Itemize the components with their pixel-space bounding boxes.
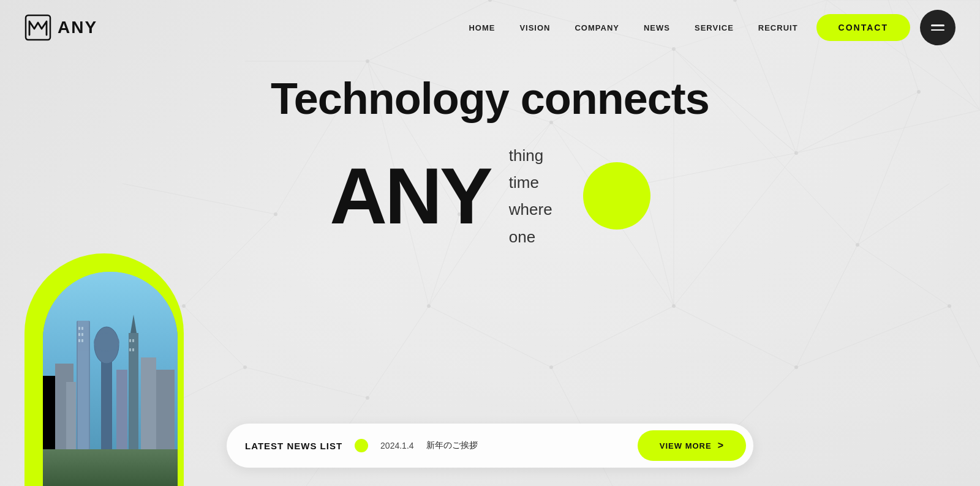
subtext-one: one	[509, 223, 552, 250]
svg-point-42	[366, 59, 369, 63]
svg-rect-78	[156, 370, 175, 449]
header: ANY HOME VISION COMPANY NEWS SERVICE REC…	[0, 0, 980, 55]
svg-point-51	[549, 365, 553, 369]
svg-rect-83	[81, 327, 83, 330]
yellow-circle-decoration	[583, 162, 650, 230]
svg-rect-86	[78, 339, 80, 342]
news-bar: LATEST NEWS LIST 2024.1.4 新年のご挨拶 VIEW MO…	[227, 424, 753, 468]
svg-rect-71	[94, 333, 119, 351]
city-skyline-svg	[43, 272, 178, 486]
svg-rect-84	[78, 333, 80, 336]
contact-button[interactable]: CONTACT	[816, 14, 910, 41]
any-word: ANY	[330, 156, 490, 236]
menu-line-top	[931, 24, 944, 26]
subtext-time: time	[509, 169, 552, 196]
nav-company[interactable]: COMPANY	[575, 23, 619, 32]
svg-rect-87	[81, 339, 83, 342]
nav-vision[interactable]: VISION	[519, 23, 550, 32]
subtext-thing: thing	[509, 142, 552, 169]
hero-tagline: Technology connects	[271, 73, 709, 124]
chevron-right-icon: >	[718, 440, 724, 451]
svg-rect-88	[129, 339, 131, 342]
nav-news[interactable]: NEWS	[644, 23, 670, 32]
city-image-container	[24, 241, 196, 486]
city-photo	[43, 272, 178, 486]
svg-point-54	[243, 365, 247, 369]
subtext-where: where	[509, 196, 552, 223]
svg-point-49	[794, 365, 798, 369]
svg-rect-85	[81, 333, 83, 336]
svg-rect-89	[132, 339, 134, 342]
svg-rect-90	[129, 348, 131, 351]
view-more-label: VIEW MORE	[660, 441, 712, 450]
svg-point-48	[948, 304, 951, 308]
svg-rect-77	[141, 357, 156, 449]
news-headline: 新年のご挨拶	[426, 440, 625, 451]
logo[interactable]: ANY	[24, 14, 97, 41]
svg-point-53	[366, 396, 369, 400]
news-dot-decoration	[355, 439, 368, 452]
any-row: ANY thing time where one	[330, 142, 650, 250]
news-date: 2024.1.4	[380, 441, 414, 450]
brand-logo-icon	[24, 14, 51, 41]
svg-rect-82	[78, 327, 80, 330]
hamburger-menu-button[interactable]	[920, 10, 956, 45]
hero-section: ANY HOME VISION COMPANY NEWS SERVICE REC…	[0, 0, 980, 486]
svg-point-50	[672, 304, 676, 308]
svg-point-52	[427, 304, 431, 308]
nav-home[interactable]: HOME	[469, 23, 495, 32]
view-more-button[interactable]: VIEW MORE >	[638, 430, 746, 461]
menu-line-middle	[931, 29, 944, 31]
svg-rect-91	[132, 348, 134, 351]
nav-service[interactable]: SERVICE	[695, 23, 734, 32]
svg-rect-81	[116, 370, 127, 449]
svg-rect-79	[43, 376, 55, 449]
hero-content: Technology connects ANY thing time where…	[0, 73, 980, 250]
brand-name: ANY	[58, 18, 97, 37]
main-nav: HOME VISION COMPANY NEWS SERVICE RECRUIT	[469, 23, 797, 32]
news-bar-title: LATEST NEWS LIST	[245, 441, 342, 451]
any-subtexts: thing time where one	[509, 142, 552, 250]
svg-rect-80	[66, 382, 76, 449]
svg-rect-68	[43, 449, 178, 486]
nav-recruit[interactable]: RECRUIT	[758, 23, 798, 32]
